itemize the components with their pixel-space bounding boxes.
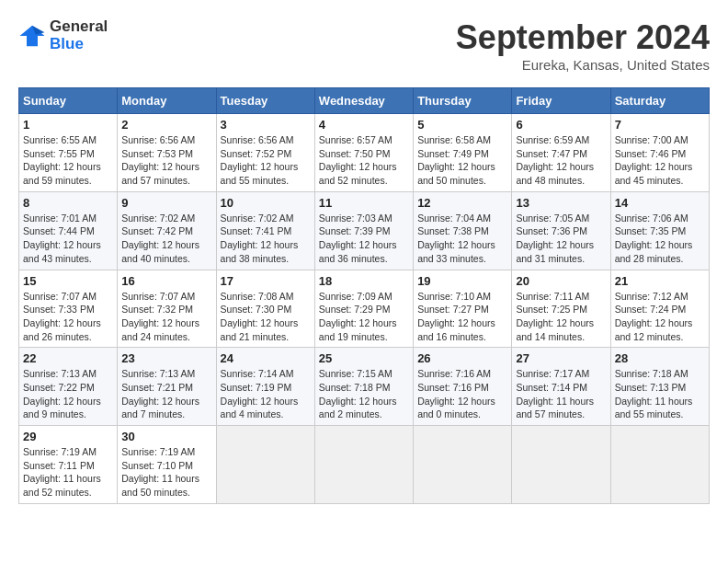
day-detail: Sunrise: 7:01 AM Sunset: 7:44 PM Dayligh… [23, 212, 113, 266]
day-detail: Sunrise: 7:07 AM Sunset: 7:33 PM Dayligh… [23, 290, 113, 344]
calendar-cell: 11Sunrise: 7:03 AM Sunset: 7:39 PM Dayli… [314, 191, 413, 270]
calendar-cell: 19Sunrise: 7:10 AM Sunset: 7:27 PM Dayli… [414, 270, 512, 348]
calendar-cell: 10Sunrise: 7:02 AM Sunset: 7:41 PM Dayli… [216, 191, 314, 270]
day-detail: Sunrise: 7:05 AM Sunset: 7:36 PM Dayligh… [516, 212, 606, 266]
calendar-cell: 15Sunrise: 7:07 AM Sunset: 7:33 PM Dayli… [19, 270, 118, 348]
column-header-saturday: Saturday [610, 88, 709, 114]
calendar-cell [512, 426, 610, 504]
day-number: 12 [417, 196, 507, 210]
logo-text-line2: Blue [50, 36, 108, 53]
column-header-thursday: Thursday [414, 88, 512, 114]
day-detail: Sunrise: 7:07 AM Sunset: 7:32 PM Dayligh… [121, 290, 211, 344]
calendar-cell: 28Sunrise: 7:18 AM Sunset: 7:13 PM Dayli… [610, 348, 709, 426]
calendar-cell [216, 426, 314, 504]
day-detail: Sunrise: 7:15 AM Sunset: 7:18 PM Dayligh… [319, 367, 409, 421]
day-detail: Sunrise: 7:00 AM Sunset: 7:46 PM Dayligh… [615, 133, 705, 188]
day-detail: Sunrise: 7:11 AM Sunset: 7:25 PM Dayligh… [516, 290, 606, 344]
day-detail: Sunrise: 7:12 AM Sunset: 7:24 PM Dayligh… [615, 290, 705, 344]
day-detail: Sunrise: 7:14 AM Sunset: 7:19 PM Dayligh… [221, 367, 311, 421]
day-number: 4 [319, 118, 409, 132]
logo: General Blue [18, 18, 108, 52]
day-number: 7 [615, 118, 705, 132]
day-detail: Sunrise: 6:59 AM Sunset: 7:47 PM Dayligh… [516, 133, 606, 188]
calendar-week-2: 8Sunrise: 7:01 AM Sunset: 7:44 PM Daylig… [19, 191, 710, 270]
page-title: September 2024 [456, 18, 710, 57]
calendar-cell [414, 426, 512, 504]
calendar-cell: 7Sunrise: 7:00 AM Sunset: 7:46 PM Daylig… [610, 114, 709, 192]
calendar-cell: 26Sunrise: 7:16 AM Sunset: 7:16 PM Dayli… [414, 348, 512, 426]
calendar-cell: 29Sunrise: 7:19 AM Sunset: 7:11 PM Dayli… [19, 426, 118, 504]
calendar-cell: 21Sunrise: 7:12 AM Sunset: 7:24 PM Dayli… [610, 270, 709, 348]
day-detail: Sunrise: 7:19 AM Sunset: 7:11 PM Dayligh… [23, 445, 113, 500]
day-detail: Sunrise: 7:03 AM Sunset: 7:39 PM Dayligh… [319, 212, 409, 266]
day-number: 17 [221, 274, 311, 288]
calendar-cell: 3Sunrise: 6:56 AM Sunset: 7:52 PM Daylig… [216, 114, 314, 192]
day-detail: Sunrise: 7:13 AM Sunset: 7:22 PM Dayligh… [23, 367, 113, 421]
day-detail: Sunrise: 7:09 AM Sunset: 7:29 PM Dayligh… [319, 290, 409, 344]
day-number: 27 [516, 351, 606, 365]
day-detail: Sunrise: 6:55 AM Sunset: 7:55 PM Dayligh… [23, 133, 113, 188]
day-detail: Sunrise: 7:16 AM Sunset: 7:16 PM Dayligh… [417, 367, 507, 421]
day-number: 11 [319, 196, 409, 210]
day-number: 30 [121, 430, 211, 443]
day-number: 2 [121, 118, 211, 132]
calendar-cell: 1Sunrise: 6:55 AM Sunset: 7:55 PM Daylig… [19, 114, 118, 192]
day-number: 28 [615, 351, 705, 365]
day-number: 6 [516, 118, 606, 132]
calendar-cell: 16Sunrise: 7:07 AM Sunset: 7:32 PM Dayli… [118, 270, 216, 348]
day-number: 29 [23, 430, 113, 443]
day-number: 22 [23, 351, 113, 365]
calendar-cell: 4Sunrise: 6:57 AM Sunset: 7:50 PM Daylig… [314, 114, 413, 192]
calendar-cell: 14Sunrise: 7:06 AM Sunset: 7:35 PM Dayli… [610, 191, 709, 270]
day-detail: Sunrise: 6:58 AM Sunset: 7:49 PM Dayligh… [417, 133, 507, 188]
day-number: 13 [516, 196, 606, 210]
day-detail: Sunrise: 7:18 AM Sunset: 7:13 PM Dayligh… [615, 367, 705, 421]
day-detail: Sunrise: 7:02 AM Sunset: 7:41 PM Dayligh… [221, 212, 311, 266]
day-number: 24 [221, 351, 311, 365]
day-detail: Sunrise: 6:57 AM Sunset: 7:50 PM Dayligh… [319, 133, 409, 188]
calendar-cell: 30Sunrise: 7:19 AM Sunset: 7:10 PM Dayli… [118, 426, 216, 504]
header-row: SundayMondayTuesdayWednesdayThursdayFrid… [19, 88, 710, 114]
day-number: 21 [615, 274, 705, 288]
calendar-cell: 22Sunrise: 7:13 AM Sunset: 7:22 PM Dayli… [19, 348, 118, 426]
calendar-week-3: 15Sunrise: 7:07 AM Sunset: 7:33 PM Dayli… [19, 270, 710, 348]
title-section: September 2024 Eureka, Kansas, United St… [456, 18, 710, 73]
day-number: 16 [121, 274, 211, 288]
day-number: 18 [319, 274, 409, 288]
day-number: 25 [319, 351, 409, 365]
calendar-header: SundayMondayTuesdayWednesdayThursdayFrid… [19, 88, 710, 114]
column-header-sunday: Sunday [19, 88, 118, 114]
column-header-wednesday: Wednesday [314, 88, 413, 114]
day-number: 14 [615, 196, 705, 210]
column-header-tuesday: Tuesday [216, 88, 314, 114]
calendar-body: 1Sunrise: 6:55 AM Sunset: 7:55 PM Daylig… [19, 114, 710, 504]
day-detail: Sunrise: 7:08 AM Sunset: 7:30 PM Dayligh… [221, 290, 311, 344]
logo-icon [18, 22, 46, 50]
calendar-cell: 23Sunrise: 7:13 AM Sunset: 7:21 PM Dayli… [118, 348, 216, 426]
column-header-friday: Friday [512, 88, 610, 114]
calendar-cell: 18Sunrise: 7:09 AM Sunset: 7:29 PM Dayli… [314, 270, 413, 348]
logo-text-line1: General [50, 18, 108, 36]
day-number: 26 [417, 351, 507, 365]
calendar-cell: 25Sunrise: 7:15 AM Sunset: 7:18 PM Dayli… [314, 348, 413, 426]
calendar-cell: 6Sunrise: 6:59 AM Sunset: 7:47 PM Daylig… [512, 114, 610, 192]
day-number: 10 [221, 196, 311, 210]
calendar-cell: 12Sunrise: 7:04 AM Sunset: 7:38 PM Dayli… [414, 191, 512, 270]
day-number: 3 [221, 118, 311, 132]
calendar-cell: 20Sunrise: 7:11 AM Sunset: 7:25 PM Dayli… [512, 270, 610, 348]
day-number: 1 [23, 118, 113, 132]
svg-marker-0 [20, 25, 45, 46]
day-detail: Sunrise: 7:02 AM Sunset: 7:42 PM Dayligh… [121, 212, 211, 266]
calendar-cell: 2Sunrise: 6:56 AM Sunset: 7:53 PM Daylig… [118, 114, 216, 192]
day-detail: Sunrise: 7:13 AM Sunset: 7:21 PM Dayligh… [121, 367, 211, 421]
calendar-cell: 9Sunrise: 7:02 AM Sunset: 7:42 PM Daylig… [118, 191, 216, 270]
calendar-cell: 5Sunrise: 6:58 AM Sunset: 7:49 PM Daylig… [414, 114, 512, 192]
calendar-cell: 17Sunrise: 7:08 AM Sunset: 7:30 PM Dayli… [216, 270, 314, 348]
day-detail: Sunrise: 6:56 AM Sunset: 7:53 PM Dayligh… [121, 133, 211, 188]
day-detail: Sunrise: 7:17 AM Sunset: 7:14 PM Dayligh… [516, 367, 606, 421]
calendar-cell [610, 426, 709, 504]
day-number: 15 [23, 274, 113, 288]
page-header: General Blue September 2024 Eureka, Kans… [18, 18, 710, 73]
column-header-monday: Monday [118, 88, 216, 114]
page-subtitle: Eureka, Kansas, United States [456, 57, 710, 73]
